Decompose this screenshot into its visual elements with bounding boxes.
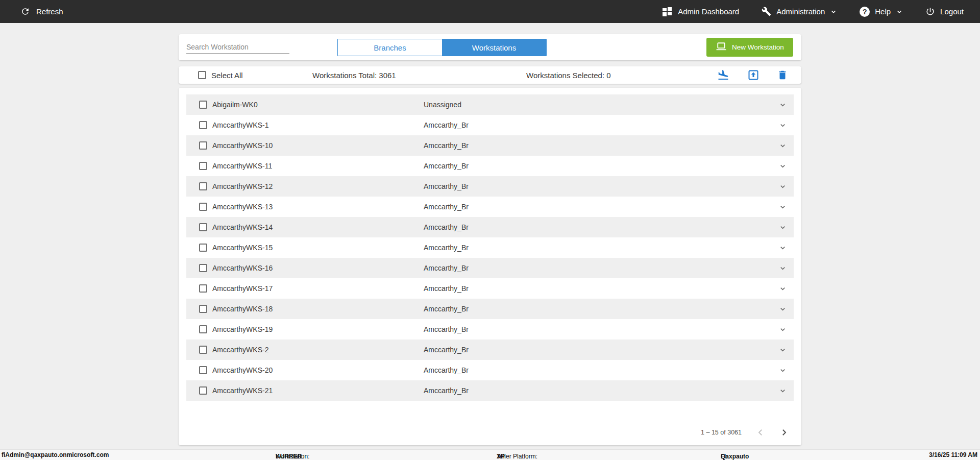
workstation-name: AmccarthyWKS-20: [212, 366, 273, 374]
branch-name: Amccarthy_Br: [424, 305, 469, 313]
chevron-left-icon[interactable]: [756, 428, 765, 437]
administration-menu[interactable]: Administration: [762, 7, 837, 16]
branch-name: Amccarthy_Br: [424, 284, 469, 293]
main-content: Branches Workstations New Workstation Se…: [179, 23, 801, 445]
new-workstation-button[interactable]: New Workstation: [706, 38, 793, 57]
workstations-selected: Workstations Selected: 0: [526, 71, 611, 80]
admin-dashboard-button[interactable]: Admin Dashboard: [663, 7, 739, 17]
row-checkbox[interactable]: [199, 182, 207, 190]
refresh-button[interactable]: Refresh: [0, 7, 63, 16]
chevron-down-icon[interactable]: [779, 305, 787, 313]
table-row[interactable]: Abigailm-WK0 Unassigned: [186, 94, 794, 115]
branch-name: Amccarthy_Br: [424, 141, 469, 150]
top-bar: Refresh Admin Dashboard Administration ?…: [0, 0, 980, 23]
row-checkbox[interactable]: [199, 223, 207, 231]
table-row[interactable]: AmccarthyWKS-14 Amccarthy_Br: [186, 217, 794, 237]
logout-button[interactable]: Logout: [925, 7, 964, 16]
wrench-icon: [762, 7, 771, 16]
chevron-down-icon: [896, 8, 903, 15]
table-row[interactable]: AmccarthyWKS-10 Amccarthy_Br: [186, 135, 794, 156]
row-checkbox[interactable]: [199, 101, 207, 109]
workstation-list: Abigailm-WK0 Unassigned AmccarthyWKS-1 A…: [186, 94, 794, 401]
chevron-down-icon[interactable]: [779, 122, 787, 129]
chevron-down-icon[interactable]: [779, 244, 787, 252]
branch-name: Unassigned: [424, 101, 461, 109]
row-checkbox[interactable]: [199, 346, 207, 354]
table-row[interactable]: AmccarthyWKS-12 Amccarthy_Br: [186, 176, 794, 197]
upload-icon[interactable]: [747, 69, 760, 81]
flight-land-icon[interactable]: [717, 69, 730, 81]
row-checkbox[interactable]: [199, 162, 207, 170]
help-label: Help: [875, 7, 891, 16]
select-all-control: Select All: [198, 71, 243, 80]
selection-bar: Select All Workstations Total: 3061 Work…: [179, 66, 801, 84]
row-checkbox[interactable]: [199, 366, 207, 374]
power-icon: [925, 7, 935, 16]
dashboard-icon: [663, 7, 673, 17]
chevron-down-icon[interactable]: [779, 367, 787, 374]
chevron-down-icon[interactable]: [779, 224, 787, 231]
chevron-down-icon[interactable]: [779, 101, 787, 109]
row-checkbox[interactable]: [199, 141, 207, 150]
logout-label: Logout: [940, 7, 964, 16]
workstation-name: AmccarthyWKS-11: [212, 162, 272, 170]
chevron-down-icon[interactable]: [779, 387, 787, 395]
search-input[interactable]: [186, 40, 289, 54]
workstation-name: AmccarthyWKS-18: [212, 305, 273, 313]
chevron-down-icon[interactable]: [779, 285, 787, 293]
table-row[interactable]: AmccarthyWKS-20 Amccarthy_Br: [186, 360, 794, 380]
toolbar-card: Branches Workstations New Workstation: [179, 34, 801, 60]
branch-name: Amccarthy_Br: [424, 366, 469, 374]
row-checkbox[interactable]: [199, 203, 207, 211]
chevron-down-icon[interactable]: [779, 346, 787, 354]
select-all-label: Select All: [211, 71, 243, 80]
table-row[interactable]: AmccarthyWKS-16 Amccarthy_Br: [186, 258, 794, 278]
pagination: 1 – 15 of 3061: [701, 428, 789, 437]
chevron-down-icon[interactable]: [779, 326, 787, 333]
table-row[interactable]: AmccarthyWKS-1 Amccarthy_Br: [186, 115, 794, 135]
row-checkbox[interactable]: [199, 305, 207, 313]
workstation-name: AmccarthyWKS-2: [212, 346, 268, 354]
table-row[interactable]: AmccarthyWKS-19 Amccarthy_Br: [186, 319, 794, 340]
chevron-down-icon[interactable]: [779, 162, 787, 170]
row-checkbox[interactable]: [199, 325, 207, 333]
top-bar-menu: Admin Dashboard Administration ? Help Lo…: [663, 7, 980, 17]
branch-name: Amccarthy_Br: [424, 264, 469, 272]
table-row[interactable]: AmccarthyWKS-18 Amccarthy_Br: [186, 299, 794, 319]
datetime-status: 3/16/25 11:09 AM: [929, 451, 977, 458]
help-menu[interactable]: ? Help: [860, 7, 903, 17]
workstation-name: AmccarthyWKS-17: [212, 284, 273, 293]
table-row[interactable]: AmccarthyWKS-21 Amccarthy_Br: [186, 380, 794, 401]
table-row[interactable]: AmccarthyWKS-17 Amccarthy_Br: [186, 278, 794, 299]
branch-name: Amccarthy_Br: [424, 121, 469, 129]
branch-name: Amccarthy_Br: [424, 203, 469, 211]
row-checkbox[interactable]: [199, 244, 207, 252]
chevron-down-icon[interactable]: [779, 264, 787, 272]
workstation-name: AmccarthyWKS-1: [212, 121, 268, 129]
chevron-down-icon[interactable]: [779, 183, 787, 190]
tab-branches[interactable]: Branches: [338, 39, 442, 56]
admin-dashboard-label: Admin Dashboard: [678, 7, 739, 16]
row-checkbox[interactable]: [199, 284, 207, 293]
table-row[interactable]: AmccarthyWKS-13 Amccarthy_Br: [186, 197, 794, 217]
row-checkbox[interactable]: [199, 264, 207, 272]
branch-name: Amccarthy_Br: [424, 325, 469, 333]
branch-name: Amccarthy_Br: [424, 223, 469, 231]
table-row[interactable]: AmccarthyWKS-15 Amccarthy_Br: [186, 237, 794, 258]
row-checkbox[interactable]: [199, 386, 207, 395]
workstation-name: AmccarthyWKS-14: [212, 223, 273, 231]
trash-icon[interactable]: [777, 69, 788, 81]
chevron-down-icon[interactable]: [779, 203, 787, 211]
help-icon: ?: [860, 7, 870, 17]
table-row[interactable]: AmccarthyWKS-11 Amccarthy_Br: [186, 156, 794, 176]
chevron-right-icon[interactable]: [779, 428, 789, 437]
branch-name: Amccarthy_Br: [424, 386, 469, 395]
table-row[interactable]: AmccarthyWKS-2 Amccarthy_Br: [186, 340, 794, 360]
row-checkbox[interactable]: [199, 121, 207, 129]
logged-in-user: fiAdmin@qaxpauto.onmicrosoft.com: [2, 451, 109, 458]
chevron-down-icon[interactable]: [779, 142, 787, 150]
tab-workstations[interactable]: Workstations: [442, 39, 546, 56]
select-all-checkbox[interactable]: [198, 71, 206, 79]
workstation-name: AmccarthyWKS-16: [212, 264, 273, 272]
view-tabs: Branches Workstations: [337, 39, 547, 56]
